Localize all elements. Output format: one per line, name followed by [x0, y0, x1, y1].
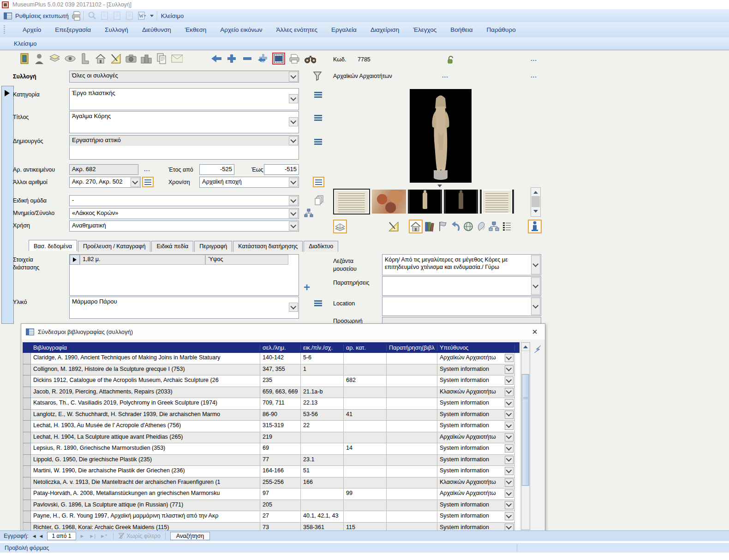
- monument-field[interactable]: «Λάκκος Κορών»: [69, 208, 299, 219]
- print-icon[interactable]: [71, 11, 80, 20]
- responsible-dropdown-button[interactable]: [505, 456, 514, 464]
- row-selector-cell[interactable]: [23, 398, 31, 410]
- list-icon[interactable]: [501, 220, 513, 232]
- cell-pages[interactable]: 27: [260, 511, 301, 523]
- year-to-input[interactable]: -515: [264, 164, 299, 175]
- responsible-dropdown-button[interactable]: [505, 399, 514, 407]
- export-word-icon[interactable]: [137, 11, 147, 20]
- catalog-icon[interactable]: [49, 53, 61, 65]
- dialog-close-icon[interactable]: ×: [532, 328, 540, 335]
- cell-bibliography[interactable]: Payne, H., G. R. Young 1997, Αρχαϊκή μαρ…: [31, 511, 260, 523]
- ruler-icon[interactable]: [79, 53, 91, 65]
- cell-bibliography[interactable]: Langlotz, E., W. Schuchhardt, H. Schrade…: [31, 410, 260, 421]
- cell-figures[interactable]: 5-6: [301, 353, 344, 364]
- cell-figures[interactable]: [301, 500, 344, 512]
- row-selector-cell[interactable]: [23, 466, 31, 477]
- table-row[interactable]: Jacob, R. 2019, Piercing, Attachments, R…: [23, 387, 520, 399]
- cell-note[interactable]: [387, 489, 437, 500]
- filmstrip-icon[interactable]: [273, 53, 285, 65]
- documents-icon[interactable]: [155, 53, 167, 65]
- unlocked-icon[interactable]: [444, 54, 456, 66]
- menu-item-Έλεγχος[interactable]: Έλεγχος: [406, 26, 443, 33]
- cell-pages[interactable]: 659, 663, 669: [260, 387, 301, 399]
- object-number-more-button[interactable]: ...: [144, 166, 150, 173]
- cell-cat-number[interactable]: 41: [344, 410, 387, 421]
- table-row[interactable]: Langlotz, E., W. Schuchhardt, H. Schrade…: [23, 410, 520, 421]
- add-record-icon[interactable]: [226, 53, 238, 65]
- cell-responsible[interactable]: Αρχαϊκών Αρχαιοτήτω: [437, 353, 515, 364]
- cell-responsible[interactable]: Αρχαϊκών Αρχαιοτήτω: [437, 432, 515, 444]
- cell-bibliography[interactable]: Jacob, R. 2019, Piercing, Attachments, R…: [31, 387, 260, 399]
- dating-menu-icon[interactable]: [313, 177, 324, 187]
- cell-pages[interactable]: 97: [260, 489, 301, 500]
- column-header-6[interactable]: Υπεύθυνος: [437, 345, 515, 351]
- menu-item-Διαχείριση[interactable]: Διαχείριση: [364, 26, 406, 33]
- next-record-icon[interactable]: ►: [78, 533, 86, 539]
- responsible-dropdown-button[interactable]: [505, 422, 514, 430]
- menu-item-Βοήθεια[interactable]: Βοήθεια: [443, 26, 479, 33]
- cell-note[interactable]: [387, 387, 437, 399]
- responsible-dropdown-button[interactable]: [505, 501, 514, 509]
- row-selector-cell[interactable]: [23, 443, 31, 455]
- table-row[interactable]: Lepsius, R. 1890, Griechische Marmorstud…: [23, 443, 520, 455]
- cell-responsible[interactable]: System information: [437, 455, 515, 466]
- cell-bibliography[interactable]: Pavlovski, G. 1896, La Sculpture attique…: [31, 500, 260, 512]
- responsible-dropdown-button[interactable]: [505, 376, 514, 385]
- category-menu-icon[interactable]: [314, 92, 322, 98]
- row-selector-cell[interactable]: [23, 511, 31, 523]
- dimension-value-cell[interactable]: 1,82 μ.: [80, 255, 205, 265]
- cell-responsible[interactable]: System information: [437, 398, 515, 410]
- thumb-scroll-thumb[interactable]: [532, 196, 540, 207]
- table-row[interactable]: Lippold, G. 1950, Die griechische Plasti…: [23, 455, 520, 466]
- dating-dropdown-button[interactable]: [289, 178, 298, 187]
- menu-item-Διεύθυνση[interactable]: Διεύθυνση: [135, 26, 178, 33]
- row-selector-cell[interactable]: [23, 477, 31, 489]
- flash-sort-icon[interactable]: [534, 345, 542, 355]
- cell-note[interactable]: [387, 421, 437, 432]
- cell-pages[interactable]: 709, 711: [260, 398, 301, 410]
- merge-icon[interactable]: [257, 53, 269, 65]
- print-icon[interactable]: [288, 53, 300, 65]
- row-selector-cell[interactable]: [23, 375, 31, 387]
- cell-note[interactable]: [387, 398, 437, 410]
- record-selector-strip[interactable]: [1, 86, 14, 324]
- cell-note[interactable]: [387, 477, 437, 489]
- menu-item-Έκθεση[interactable]: Έκθεση: [178, 26, 214, 33]
- table-row[interactable]: Dickins 1912, Catalogue of the Acropolis…: [23, 375, 520, 387]
- column-header-1[interactable]: Βιβλιογραφία: [31, 345, 260, 351]
- cell-figures[interactable]: [301, 432, 344, 444]
- tab-5[interactable]: Κατάσταση διατήρησης: [233, 241, 303, 252]
- cell-cat-number[interactable]: 14: [344, 443, 387, 455]
- cell-cat-number[interactable]: [344, 500, 387, 512]
- responsible-dropdown-button[interactable]: [505, 365, 514, 374]
- cell-cat-number[interactable]: 99: [344, 489, 387, 500]
- cell-pages[interactable]: 235: [260, 375, 301, 387]
- table-row[interactable]: Claridge, A. 1990, Ancient Techniques of…: [23, 353, 520, 364]
- cell-note[interactable]: [387, 443, 437, 455]
- creator-menu-icon[interactable]: [314, 139, 322, 145]
- open-book-icon[interactable]: [333, 220, 347, 233]
- object-main-image[interactable]: [410, 89, 472, 183]
- category-field[interactable]: Έργο πλαστικής: [69, 88, 299, 110]
- menu-item-close[interactable]: Κλείσιμο: [7, 40, 44, 47]
- cell-bibliography[interactable]: Martini, W. 1990, Die archaische Plastik…: [31, 466, 260, 477]
- dating-field[interactable]: Αρχαϊκή εποχή: [199, 177, 299, 188]
- cell-cat-number[interactable]: 682: [344, 375, 387, 387]
- cell-bibliography[interactable]: Claridge, A. 1990, Ancient Techniques of…: [31, 353, 260, 364]
- material-dropdown-button[interactable]: [289, 303, 298, 312]
- cell-cat-number[interactable]: [344, 353, 387, 364]
- menu-item-Αρχείο[interactable]: Αρχείο: [16, 26, 48, 33]
- cell-responsible[interactable]: Κλασικών Αρχαιοτήτω: [437, 387, 515, 399]
- museum-caption-field[interactable]: Κόρη/ Από τις μεγαλύτερες σε μέγεθος Κόρ…: [382, 254, 541, 275]
- thumbnail-5[interactable]: [480, 190, 514, 214]
- cell-cat-number[interactable]: [344, 387, 387, 399]
- books-icon[interactable]: [424, 220, 436, 232]
- hierarchy-icon[interactable]: [304, 208, 314, 220]
- cell-pages[interactable]: 140-142: [260, 353, 301, 364]
- cell-figures[interactable]: 1: [301, 364, 344, 376]
- thumbnail-2[interactable]: [372, 190, 406, 214]
- cell-pages[interactable]: 69: [260, 443, 301, 455]
- title-menu-icon[interactable]: [314, 115, 322, 121]
- responsible-dropdown-button[interactable]: [505, 433, 514, 441]
- cell-bibliography[interactable]: Dickins 1912, Catalogue of the Acropolis…: [31, 375, 260, 387]
